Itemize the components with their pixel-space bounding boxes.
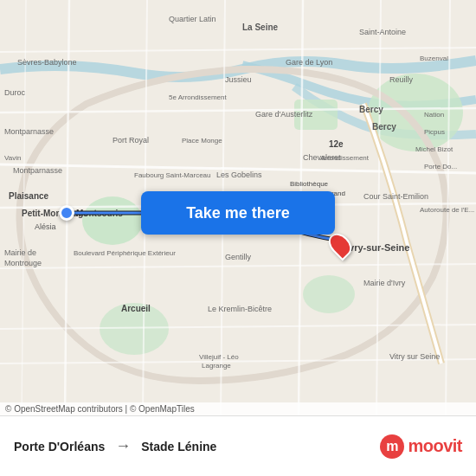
svg-text:Les Gobelins: Les Gobelins bbox=[216, 170, 262, 179]
svg-text:Bercy: Bercy bbox=[372, 122, 396, 132]
svg-text:Vavin: Vavin bbox=[4, 154, 21, 162]
svg-text:Saint-Antoine: Saint-Antoine bbox=[359, 28, 406, 36]
svg-text:Alésia: Alésia bbox=[35, 222, 56, 231]
map-attribution: © OpenStreetMap contributors | © OpenMap… bbox=[0, 402, 476, 415]
svg-text:Ivry-sur-Seine: Ivry-sur-Seine bbox=[346, 242, 409, 253]
svg-text:Gare d'Austerlitz: Gare d'Austerlitz bbox=[255, 110, 313, 119]
map-container: Sèvres-Babylone Quartier Latin La Seine … bbox=[0, 0, 476, 415]
svg-text:Reuilly: Reuilly bbox=[389, 75, 414, 84]
svg-text:Sèvres-Babylone: Sèvres-Babylone bbox=[17, 58, 77, 67]
svg-text:Jussieu: Jussieu bbox=[225, 75, 252, 84]
svg-text:Porte Do...: Porte Do... bbox=[424, 163, 457, 170]
origin-marker bbox=[59, 205, 74, 221]
svg-text:Mairie d'Ivry: Mairie d'Ivry bbox=[363, 279, 406, 287]
svg-point-4 bbox=[303, 275, 355, 313]
svg-text:Nation: Nation bbox=[424, 111, 444, 119]
moovit-brand-name: moovit bbox=[408, 436, 462, 456]
moovit-m-icon: m bbox=[380, 434, 404, 459]
svg-text:Le Kremlin-Bicêtre: Le Kremlin-Bicêtre bbox=[208, 305, 272, 313]
svg-text:Picpus: Picpus bbox=[424, 128, 445, 136]
svg-text:Port Royal: Port Royal bbox=[113, 136, 149, 145]
destination-marker bbox=[331, 232, 350, 258]
svg-text:Michel Bizot: Michel Bizot bbox=[415, 145, 453, 153]
svg-text:Cour Saint-Emilion: Cour Saint-Emilion bbox=[363, 192, 428, 201]
svg-text:Montsouris: Montsouris bbox=[76, 209, 123, 218]
svg-text:Villejuif - Léo: Villejuif - Léo bbox=[199, 353, 239, 361]
svg-text:Montparnasse: Montparnasse bbox=[13, 166, 62, 175]
svg-text:Boulevard Périphérique Extérie: Boulevard Périphérique Extérieur bbox=[74, 249, 176, 257]
svg-text:Plaisance: Plaisance bbox=[9, 191, 49, 201]
svg-text:La Seine: La Seine bbox=[242, 23, 279, 32]
take-me-there-button[interactable]: Take me there bbox=[141, 191, 335, 235]
svg-text:Mairie de: Mairie de bbox=[4, 248, 36, 257]
route-arrow-icon: → bbox=[115, 437, 131, 455]
svg-text:Buzenval: Buzenval bbox=[420, 55, 448, 62]
svg-text:5e Arrondissement: 5e Arrondissement bbox=[169, 93, 227, 101]
svg-text:Bercy: Bercy bbox=[359, 105, 383, 114]
route-from: Porte D'Orléans bbox=[14, 440, 105, 453]
svg-text:Montrouge: Montrouge bbox=[4, 259, 42, 267]
svg-point-1 bbox=[82, 196, 143, 245]
svg-text:Autoroute de l'E...: Autoroute de l'E... bbox=[420, 206, 474, 214]
route-to: Stade Lénine bbox=[141, 440, 216, 453]
moovit-logo: m moovit bbox=[380, 434, 462, 459]
svg-text:Place Monge: Place Monge bbox=[182, 137, 222, 145]
svg-text:Gentilly: Gentilly bbox=[225, 253, 252, 261]
svg-text:Quartier Latin: Quartier Latin bbox=[169, 15, 216, 23]
svg-text:Montparnasse: Montparnasse bbox=[4, 127, 54, 136]
svg-text:Arcueil: Arcueil bbox=[121, 304, 151, 313]
svg-text:12e: 12e bbox=[329, 139, 344, 149]
bottom-bar: Porte D'Orléans → Stade Lénine m moovit bbox=[0, 415, 476, 476]
svg-text:Arrondissement: Arrondissement bbox=[320, 154, 370, 162]
svg-text:Gare de Lyon: Gare de Lyon bbox=[286, 58, 332, 67]
svg-text:Faubourg Saint-Marceau: Faubourg Saint-Marceau bbox=[134, 171, 211, 179]
svg-text:Lagrange: Lagrange bbox=[202, 362, 231, 370]
svg-text:Vitry sur Seine: Vitry sur Seine bbox=[389, 352, 440, 361]
svg-text:Bibliothèque: Bibliothèque bbox=[290, 180, 329, 188]
svg-text:Duroc: Duroc bbox=[4, 88, 26, 97]
